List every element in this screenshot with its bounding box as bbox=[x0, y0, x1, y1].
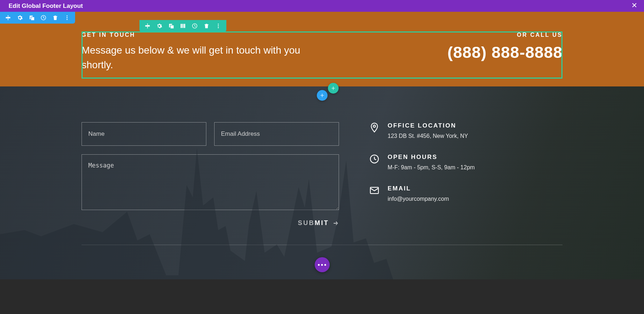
office-location-block: OFFICE LOCATION 123 DB St. #456, New Yor… bbox=[369, 122, 562, 139]
footer-divider bbox=[82, 245, 562, 245]
open-hours-title: OPEN HOURS bbox=[388, 154, 475, 161]
office-location-title: OFFICE LOCATION bbox=[388, 122, 468, 129]
hero-left-column: GET IN TOUCH Message us below & we will … bbox=[82, 32, 331, 72]
svg-point-1 bbox=[67, 17, 68, 18]
move-section-icon[interactable] bbox=[5, 15, 11, 21]
svg-point-4 bbox=[218, 25, 219, 26]
envelope-icon bbox=[369, 185, 380, 196]
name-input[interactable] bbox=[82, 122, 206, 146]
page-settings-fab[interactable] bbox=[315, 257, 330, 272]
phone-number: (888) 888-8888 bbox=[370, 43, 562, 62]
editor-title: Edit Global Footer Layout bbox=[9, 3, 83, 10]
close-editor-button[interactable] bbox=[631, 2, 638, 10]
submit-button[interactable]: SUBMIT bbox=[298, 219, 339, 227]
editor-title-bar: Edit Global Footer Layout bbox=[0, 0, 644, 12]
hero-message: Message us below & we will get in touch … bbox=[82, 43, 331, 72]
duplicate-section-icon[interactable] bbox=[29, 15, 35, 21]
svg-point-2 bbox=[67, 19, 68, 20]
email-detail: info@yourcompany.com bbox=[388, 196, 449, 202]
row-toolbar bbox=[139, 20, 226, 32]
office-location-detail: 123 DB St. #456, New York, NY bbox=[388, 133, 468, 139]
email-title: EMAIL bbox=[388, 185, 449, 192]
plus-icon bbox=[331, 86, 336, 91]
or-call-us-eyebrow: OR CALL US bbox=[370, 32, 562, 38]
settings-row-icon[interactable] bbox=[156, 23, 162, 29]
map-pin-icon bbox=[369, 122, 380, 133]
move-row-icon[interactable] bbox=[144, 23, 151, 29]
svg-point-6 bbox=[373, 125, 375, 127]
settings-section-icon[interactable] bbox=[17, 15, 23, 21]
add-section-button[interactable] bbox=[317, 90, 328, 101]
arrow-right-icon bbox=[333, 220, 339, 226]
contact-section: SUBMIT OFFICE LOCATION 123 DB St. #456, … bbox=[0, 86, 644, 279]
clock-icon bbox=[369, 154, 380, 164]
open-hours-detail: M-F: 9am - 5pm, S-S, 9am - 12pm bbox=[388, 164, 475, 171]
plus-icon bbox=[320, 93, 325, 98]
svg-point-3 bbox=[218, 24, 219, 25]
section-toolbar bbox=[0, 12, 75, 24]
add-row-button[interactable] bbox=[328, 83, 339, 94]
delete-section-icon[interactable] bbox=[52, 15, 58, 21]
close-icon bbox=[631, 2, 638, 8]
more-row-icon[interactable] bbox=[215, 23, 221, 29]
dot-icon bbox=[324, 264, 326, 266]
hero-section: GET IN TOUCH Message us below & we will … bbox=[0, 12, 644, 86]
submit-label: SUBMIT bbox=[298, 219, 329, 227]
duplicate-row-icon[interactable] bbox=[168, 23, 174, 29]
contact-form: SUBMIT bbox=[82, 122, 339, 227]
contact-info-column: OFFICE LOCATION 123 DB St. #456, New Yor… bbox=[360, 122, 562, 227]
save-section-icon[interactable] bbox=[40, 15, 46, 21]
dot-icon bbox=[321, 264, 323, 266]
columns-row-icon[interactable] bbox=[180, 23, 186, 29]
get-in-touch-eyebrow: GET IN TOUCH bbox=[82, 32, 331, 38]
email-block: EMAIL info@yourcompany.com bbox=[369, 185, 562, 202]
open-hours-block: OPEN HOURS M-F: 9am - 5pm, S-S, 9am - 12… bbox=[369, 154, 562, 171]
email-input[interactable] bbox=[214, 122, 339, 146]
hero-right-column: OR CALL US (888) 888-8888 bbox=[370, 32, 562, 62]
save-row-icon[interactable] bbox=[192, 23, 198, 29]
dot-icon bbox=[318, 264, 320, 266]
more-section-icon[interactable] bbox=[64, 15, 70, 21]
svg-point-0 bbox=[67, 15, 68, 16]
svg-point-5 bbox=[218, 27, 219, 28]
delete-row-icon[interactable] bbox=[203, 23, 210, 29]
message-textarea[interactable] bbox=[82, 154, 339, 210]
